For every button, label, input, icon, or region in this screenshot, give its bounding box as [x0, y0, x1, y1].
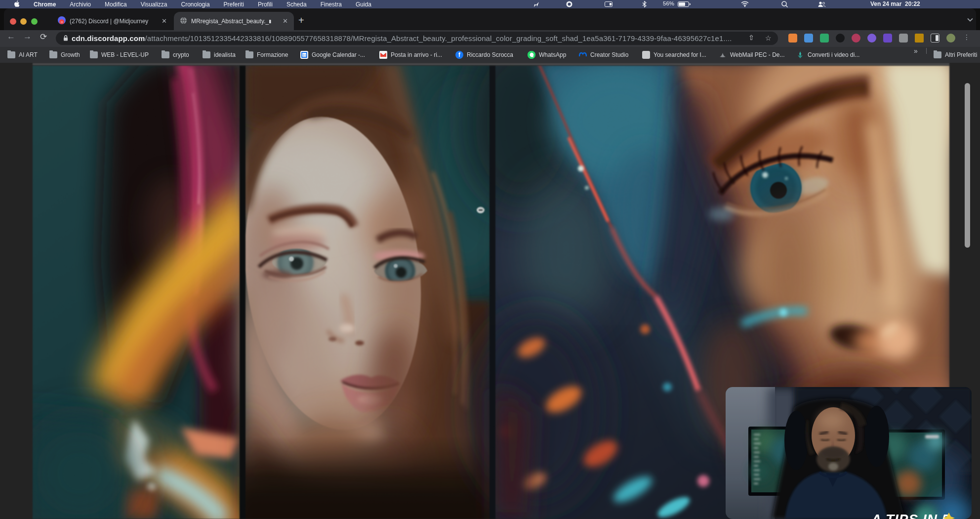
svg-text:A TIPS IN 5: A TIPS IN 5: [871, 512, 950, 519]
svg-text:31: 31: [302, 53, 306, 57]
svg-text:24: 24: [61, 21, 63, 23]
